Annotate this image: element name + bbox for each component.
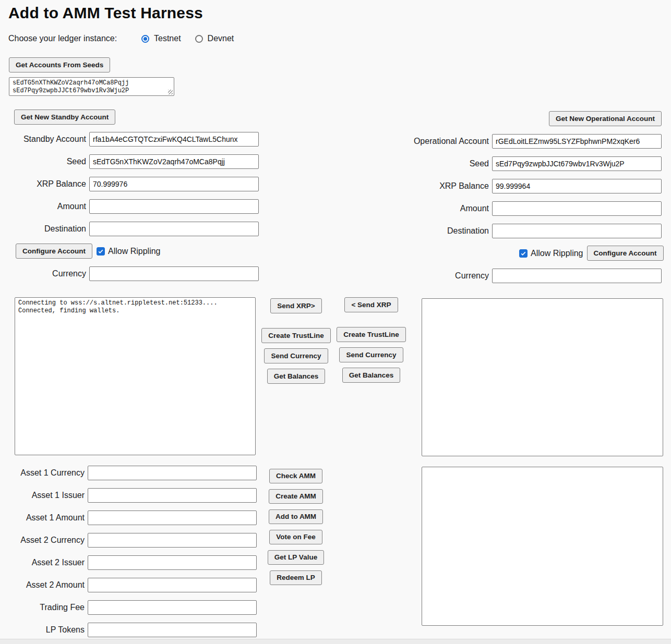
asset2-amount-input[interactable] xyxy=(88,578,257,592)
asset2-issuer-input[interactable] xyxy=(88,555,257,570)
operational-seed-row: Seed xyxy=(403,156,662,171)
asset1-currency-row: Asset 1 Currency xyxy=(0,466,257,480)
standby-send-xrp-button[interactable]: Send XRP> xyxy=(270,298,321,313)
asset1-currency-label: Asset 1 Currency xyxy=(0,468,88,478)
amm-actions-column: Check AMM Create AMM Add to AMM Vote on … xyxy=(269,469,322,591)
asset1-issuer-row: Asset 1 Issuer xyxy=(0,488,257,503)
standby-currency-label: Currency xyxy=(0,269,89,278)
operational-configure-row: Allow Rippling Configure Account xyxy=(519,246,664,261)
operational-create-trustline-button[interactable]: Create TrustLine xyxy=(337,327,406,342)
trading-fee-label: Trading Fee xyxy=(0,603,88,612)
ledger-instance-row: Choose your ledger instance: Testnet Dev… xyxy=(8,34,248,43)
asset2-amount-row: Asset 2 Amount xyxy=(0,578,257,592)
standby-destination-row: Destination xyxy=(0,222,259,236)
standby-amount-row: Amount xyxy=(0,199,259,214)
operational-allow-rippling-checkbox[interactable] xyxy=(519,249,528,258)
standby-account-form: Standby Account Seed XRP Balance Amount … xyxy=(0,132,259,244)
operational-currency-row: Currency xyxy=(403,269,662,283)
operational-allow-rippling-label: Allow Rippling xyxy=(531,249,583,258)
operational-destination-row: Destination xyxy=(403,224,662,238)
redeem-lp-button[interactable]: Redeem LP xyxy=(270,570,322,585)
standby-amount-label: Amount xyxy=(0,202,89,211)
standby-seed-row: Seed xyxy=(0,154,259,169)
operational-account-row: Operational Account xyxy=(403,134,662,149)
operational-destination-label: Destination xyxy=(403,226,492,236)
trading-fee-row: Trading Fee xyxy=(0,600,257,615)
standby-xrp-balance-input[interactable] xyxy=(89,177,259,191)
lp-tokens-label: LP Tokens xyxy=(0,625,88,635)
asset2-currency-label: Asset 2 Currency xyxy=(0,536,88,545)
standby-currency-form: Currency xyxy=(0,266,259,289)
check-amm-button[interactable]: Check AMM xyxy=(269,469,322,483)
operational-balance-row: XRP Balance xyxy=(403,179,662,193)
operational-actions-column: < Send XRP Create TrustLine Send Currenc… xyxy=(339,297,404,388)
asset2-amount-label: Asset 2 Amount xyxy=(0,580,88,590)
operational-currency-form: Currency xyxy=(403,269,662,291)
horizontal-scrollbar[interactable] xyxy=(0,639,671,644)
asset2-currency-input[interactable] xyxy=(88,533,257,548)
lp-tokens-input[interactable] xyxy=(88,623,257,637)
standby-configure-account-button[interactable]: Configure Account xyxy=(16,244,92,259)
page-title: Add to AMM Test Harness xyxy=(8,4,203,22)
standby-destination-label: Destination xyxy=(0,224,89,234)
asset1-amount-input[interactable] xyxy=(88,511,257,525)
standby-destination-input[interactable] xyxy=(89,222,259,236)
standby-account-input[interactable] xyxy=(89,132,259,147)
operational-xrp-balance-input[interactable] xyxy=(492,179,662,193)
operational-currency-label: Currency xyxy=(403,271,492,281)
add-to-amm-button[interactable]: Add to AMM xyxy=(269,509,323,524)
standby-create-trustline-button[interactable]: Create TrustLine xyxy=(261,328,331,343)
ledger-instance-label: Choose your ledger instance: xyxy=(8,34,141,43)
standby-get-balances-button[interactable]: Get Balances xyxy=(267,369,326,384)
asset1-currency-input[interactable] xyxy=(88,466,257,480)
testnet-radio-label: Testnet xyxy=(154,34,181,43)
vote-on-fee-button[interactable]: Vote on Fee xyxy=(269,530,322,544)
standby-currency-row: Currency xyxy=(0,266,259,281)
operational-send-currency-button[interactable]: Send Currency xyxy=(339,347,403,362)
create-amm-button[interactable]: Create AMM xyxy=(269,489,323,504)
asset1-amount-label: Asset 1 Amount xyxy=(0,513,88,523)
asset1-issuer-input[interactable] xyxy=(88,488,257,503)
standby-seed-label: Seed xyxy=(0,157,89,166)
standby-balance-label: XRP Balance xyxy=(0,179,89,189)
amm-result-textarea[interactable] xyxy=(422,467,663,626)
standby-currency-input[interactable] xyxy=(89,266,259,281)
devnet-radio-label: Devnet xyxy=(208,34,234,43)
operational-account-label: Operational Account xyxy=(403,137,492,146)
devnet-radio-option[interactable]: Devnet xyxy=(195,34,234,43)
operational-get-balances-button[interactable]: Get Balances xyxy=(342,368,401,383)
get-lp-value-button[interactable]: Get LP Value xyxy=(268,550,324,565)
operational-destination-input[interactable] xyxy=(492,224,662,238)
standby-send-currency-button[interactable]: Send Currency xyxy=(264,348,328,363)
operational-amount-label: Amount xyxy=(403,204,492,213)
standby-seed-input[interactable] xyxy=(89,154,259,169)
testnet-radio-option[interactable]: Testnet xyxy=(141,34,181,43)
get-new-standby-account-button[interactable]: Get New Standby Account xyxy=(14,110,115,125)
operational-seed-label: Seed xyxy=(403,159,492,168)
devnet-radio-icon[interactable] xyxy=(195,35,203,43)
operational-account-form: Operational Account Seed XRP Balance Amo… xyxy=(403,134,662,246)
asset2-issuer-label: Asset 2 Issuer xyxy=(0,558,88,567)
operational-result-textarea[interactable] xyxy=(422,298,663,456)
operational-account-input[interactable] xyxy=(492,134,662,149)
operational-balance-label: XRP Balance xyxy=(403,181,492,191)
seeds-textarea[interactable]: sEdTG5nXThKWZoV2aqrh47oMCa8Pqjj sEd7Pqy9… xyxy=(9,77,174,96)
operational-configure-account-button[interactable]: Configure Account xyxy=(587,246,664,261)
get-new-operational-account-button[interactable]: Get New Operational Account xyxy=(549,111,662,126)
trading-fee-input[interactable] xyxy=(88,600,257,615)
testnet-radio-icon[interactable] xyxy=(141,35,149,43)
operational-seed-input[interactable] xyxy=(492,156,662,171)
operational-amount-input[interactable] xyxy=(492,201,662,216)
standby-account-label: Standby Account xyxy=(0,135,89,144)
asset1-amount-row: Asset 1 Amount xyxy=(0,511,257,525)
operational-send-xrp-button[interactable]: < Send XRP xyxy=(344,297,398,312)
operational-currency-input[interactable] xyxy=(492,269,662,283)
standby-allow-rippling-label: Allow Rippling xyxy=(108,247,161,256)
standby-amount-input[interactable] xyxy=(89,199,259,214)
operational-amount-row: Amount xyxy=(403,201,662,216)
standby-result-textarea[interactable]: Connecting to wss://s.altnet.rippletest.… xyxy=(15,297,256,455)
standby-allow-rippling-checkbox[interactable] xyxy=(97,247,105,256)
get-accounts-from-seeds-button[interactable]: Get Accounts From Seeds xyxy=(9,57,110,72)
standby-balance-row: XRP Balance xyxy=(0,177,259,191)
checkmark-icon xyxy=(520,250,526,257)
